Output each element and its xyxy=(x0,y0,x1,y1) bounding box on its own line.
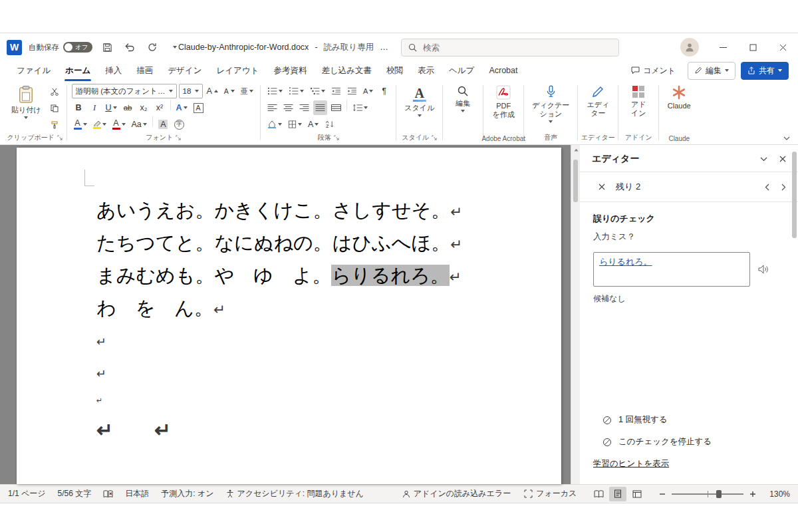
dialog-launcher-icon[interactable] xyxy=(57,135,63,140)
styles-button[interactable]: A スタイル xyxy=(401,83,438,119)
asian-layout-button[interactable]: A xyxy=(361,84,375,98)
avatar[interactable] xyxy=(680,38,699,57)
enclose-characters-button[interactable]: 字 xyxy=(172,117,186,132)
increase-indent-button[interactable] xyxy=(345,84,359,98)
scrollbar-thumb[interactable] xyxy=(573,160,578,202)
cut-button[interactable] xyxy=(48,84,62,99)
subscript-button[interactable]: x₂ xyxy=(137,100,151,115)
saved-status-dots[interactable]: … xyxy=(380,43,388,52)
line-spacing-button[interactable] xyxy=(350,100,370,115)
tab-insert[interactable]: 挿入 xyxy=(98,62,129,80)
word-logo-icon[interactable]: W xyxy=(7,40,22,55)
share-button[interactable]: 共有 xyxy=(741,62,789,80)
paste-button[interactable]: 貼り付け xyxy=(8,83,45,121)
justify-button[interactable] xyxy=(313,100,327,115)
tab-view[interactable]: 表示 xyxy=(410,62,442,80)
tab-acrobat[interactable]: Acrobat xyxy=(481,63,525,78)
dialog-launcher-icon[interactable] xyxy=(432,135,437,140)
font-size-combo[interactable]: 18 xyxy=(179,84,203,98)
ime-status[interactable]: 予測入力: オン xyxy=(161,488,213,499)
dialog-launcher-icon[interactable] xyxy=(334,135,339,140)
search-input[interactable] xyxy=(423,43,612,53)
pane-scrollbar-thumb[interactable] xyxy=(792,152,797,238)
document-title[interactable]: Claude-by-Anthropic-for-Word.docx - 読み取り… xyxy=(178,33,388,61)
tab-home[interactable]: ホーム xyxy=(58,62,98,80)
italic-button[interactable]: I xyxy=(88,100,102,115)
tab-file[interactable]: ファイル xyxy=(9,62,58,80)
create-pdf-button[interactable]: PDFを作成 xyxy=(488,83,519,121)
format-painter-button[interactable] xyxy=(48,118,62,132)
zoom-slider-thumb[interactable] xyxy=(716,490,722,498)
tab-mailings[interactable]: 差し込み文書 xyxy=(314,62,379,80)
ignore-once-item[interactable]: 1 回無視する xyxy=(593,409,785,431)
font-name-combo[interactable]: 游明朝 (本文のフォント - 日本語 xyxy=(72,84,177,98)
previous-issue-icon[interactable] xyxy=(765,184,769,191)
tab-references[interactable]: 参考資料 xyxy=(266,62,314,80)
ruby-button[interactable]: 亜 xyxy=(239,84,255,98)
print-layout-button[interactable] xyxy=(609,487,626,501)
stop-check-item[interactable]: このチェックを停止する xyxy=(593,431,785,453)
asian-format-button[interactable]: A xyxy=(306,117,321,132)
learning-hints-link[interactable]: 学習のヒントを表示 xyxy=(593,458,669,469)
read-aloud-speaker-icon[interactable] xyxy=(758,265,769,274)
shrink-font-button[interactable]: A xyxy=(222,84,237,98)
proofing-status-icon[interactable] xyxy=(103,490,113,498)
numbering-button[interactable] xyxy=(287,84,306,98)
editing-button[interactable]: 編集 xyxy=(448,83,478,114)
zoom-out-button[interactable] xyxy=(659,491,666,497)
accessibility-status[interactable]: アクセシビリティ: 問題ありません xyxy=(226,488,364,499)
tab-review[interactable]: 校閲 xyxy=(379,62,410,80)
borders-button[interactable] xyxy=(286,117,304,132)
web-layout-button[interactable] xyxy=(628,487,646,501)
align-right-button[interactable] xyxy=(297,100,311,115)
addin-error-status[interactable]: アドインの読み込みエラー xyxy=(402,488,511,499)
claude-button[interactable]: Claude xyxy=(664,83,694,112)
suggestion-box[interactable]: らりるれろ。 xyxy=(593,252,750,287)
font-color-button[interactable]: A xyxy=(110,117,128,132)
addins-button[interactable]: アドイン xyxy=(623,83,654,120)
char-count[interactable]: 5/56 文字 xyxy=(58,488,92,499)
text-effects-button[interactable]: A xyxy=(174,100,190,115)
strikethrough-button[interactable]: ab xyxy=(121,100,135,115)
language-status[interactable]: 日本語 xyxy=(125,488,149,499)
copy-button[interactable] xyxy=(48,101,62,116)
autosave-toggle[interactable]: オフ xyxy=(63,42,92,53)
zoom-in-button[interactable] xyxy=(749,491,756,497)
highlight-color-button[interactable] xyxy=(91,117,108,132)
character-shading-button[interactable]: A xyxy=(156,117,170,132)
document-scrollbar[interactable] xyxy=(571,145,580,484)
bold-button[interactable]: B xyxy=(72,100,86,115)
flagged-text[interactable]: らりるれろ。 xyxy=(599,257,652,267)
dictation-button[interactable]: ディクテーション xyxy=(529,83,573,125)
document-page[interactable]: あいうえお。かきくけこ。さしすせそ。↵ たちつてと。なにぬねの。はひふへほ。↵ … xyxy=(17,148,561,484)
focus-mode-button[interactable]: フォーカス xyxy=(524,488,577,499)
text-effects-color-button[interactable]: A xyxy=(72,117,89,132)
shading-button[interactable] xyxy=(265,117,284,132)
save-button[interactable] xyxy=(99,39,115,55)
dismiss-all-icon[interactable] xyxy=(598,184,605,190)
tab-design[interactable]: デザイン xyxy=(160,62,209,80)
distribute-button[interactable] xyxy=(329,100,343,115)
underline-button[interactable]: U xyxy=(104,100,119,115)
read-mode-button[interactable] xyxy=(590,487,607,501)
clear-formatting-button[interactable]: A xyxy=(192,100,205,115)
formatting-marks-button[interactable]: ¶ xyxy=(377,84,391,98)
dialog-launcher-icon[interactable] xyxy=(176,135,181,140)
comments-button[interactable]: コメント xyxy=(624,62,682,80)
tab-layout[interactable]: レイアウト xyxy=(209,62,266,80)
search-box[interactable] xyxy=(401,39,619,57)
sort-button[interactable] xyxy=(323,117,336,132)
minimize-button[interactable] xyxy=(708,33,738,61)
pane-scrollbar[interactable] xyxy=(792,150,797,469)
undo-button[interactable] xyxy=(122,39,138,55)
change-case-button[interactable]: Aa xyxy=(130,117,149,132)
editor-button[interactable]: エディター xyxy=(583,83,613,120)
decrease-indent-button[interactable] xyxy=(329,84,343,98)
editing-mode-button[interactable]: 編集 xyxy=(688,62,735,80)
page-count[interactable]: 1/1 ページ xyxy=(8,488,46,499)
selected-text[interactable]: らりるれろ。 xyxy=(331,265,449,286)
scroll-up-icon[interactable] xyxy=(574,148,579,152)
align-center-button[interactable] xyxy=(281,100,295,115)
redo-button[interactable] xyxy=(144,39,160,55)
zoom-slider[interactable] xyxy=(672,493,743,495)
